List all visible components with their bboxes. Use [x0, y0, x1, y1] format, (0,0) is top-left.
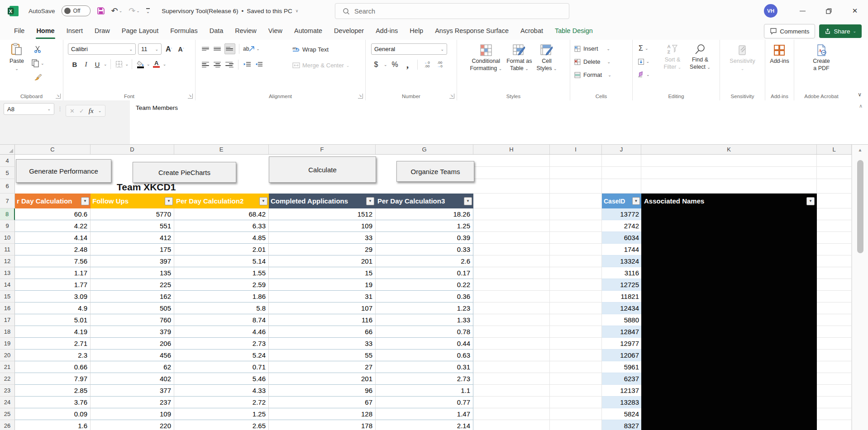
- cell[interactable]: 178: [269, 420, 376, 430]
- tab-view[interactable]: View: [262, 22, 288, 40]
- caseid-cell[interactable]: 1744: [602, 244, 641, 255]
- formula-input[interactable]: Team Members: [136, 104, 178, 111]
- cell[interactable]: 1.47: [376, 408, 473, 420]
- row-header-4[interactable]: 4: [0, 155, 15, 167]
- empty-cell[interactable]: [817, 397, 852, 408]
- cell[interactable]: 29: [269, 244, 376, 255]
- cell[interactable]: 55: [269, 350, 376, 361]
- redacted-cell[interactable]: [641, 350, 817, 361]
- empty-cell[interactable]: [473, 208, 550, 220]
- empty-cell[interactable]: [550, 179, 602, 194]
- empty-cell[interactable]: [817, 420, 852, 430]
- cell[interactable]: 2.14: [376, 420, 473, 430]
- empty-cell[interactable]: [817, 408, 852, 420]
- fill-color-chevron[interactable]: ⌄: [147, 62, 150, 66]
- caseid-cell[interactable]: 13283: [602, 397, 641, 408]
- redacted-cell[interactable]: [641, 314, 817, 326]
- empty-cell[interactable]: [550, 220, 602, 232]
- empty-cell[interactable]: [473, 232, 550, 244]
- row-header-13[interactable]: 13: [0, 267, 15, 279]
- row-header-14[interactable]: 14: [0, 279, 15, 291]
- cell[interactable]: 1.86: [174, 291, 269, 302]
- redacted-cell[interactable]: [641, 232, 817, 244]
- redacted-cell[interactable]: [641, 361, 817, 373]
- number-dialog-launcher[interactable]: ↘: [449, 94, 454, 99]
- empty-cell[interactable]: [473, 350, 550, 361]
- format-painter-button[interactable]: [32, 72, 44, 83]
- redacted-cell[interactable]: [641, 208, 817, 220]
- empty-cell[interactable]: [550, 338, 602, 350]
- empty-cell[interactable]: [550, 291, 602, 302]
- cell[interactable]: 19: [269, 279, 376, 291]
- save-button[interactable]: [97, 7, 105, 15]
- caseid-cell[interactable]: 6237: [602, 373, 641, 385]
- cell[interactable]: 4.33: [174, 385, 269, 397]
- caseid-cell[interactable]: 2742: [602, 220, 641, 232]
- cell[interactable]: 1.33: [376, 314, 473, 326]
- align-left-button[interactable]: [201, 60, 211, 70]
- empty-cell[interactable]: [473, 267, 550, 279]
- italic-button[interactable]: I: [81, 59, 91, 70]
- cell[interactable]: 1.25: [174, 408, 269, 420]
- middle-align-button[interactable]: [213, 44, 223, 54]
- empty-cell[interactable]: [550, 155, 602, 167]
- tab-page-layout[interactable]: Page Layout: [116, 22, 164, 40]
- caseid-cell[interactable]: 13324: [602, 255, 641, 267]
- merge-center-button[interactable]: Merge & Center ⌄: [289, 60, 349, 71]
- empty-cell[interactable]: [473, 155, 550, 167]
- filter-dropdown-icon[interactable]: ▼: [366, 197, 374, 205]
- cell[interactable]: 220: [91, 420, 174, 430]
- cell[interactable]: 412: [91, 232, 174, 244]
- sort-filter-button[interactable]: AZ Sort &Filter ⌄: [661, 43, 684, 71]
- autosave-toggle[interactable]: Off: [62, 5, 91, 16]
- cell[interactable]: 1.1: [376, 385, 473, 397]
- table-header-follow-ups[interactable]: Follow Ups▼: [91, 194, 174, 208]
- empty-cell[interactable]: [473, 194, 550, 208]
- caseid-cell[interactable]: 5824: [602, 408, 641, 420]
- cell[interactable]: 1.6: [15, 420, 91, 430]
- cell[interactable]: 551: [91, 220, 174, 232]
- tab-home[interactable]: Home: [30, 22, 60, 40]
- autosum-button[interactable]: Σ⌄: [637, 43, 650, 54]
- caseid-cell[interactable]: 12434: [602, 302, 641, 314]
- addins-button[interactable]: Add-ins: [770, 44, 789, 90]
- cell[interactable]: 4.9: [15, 302, 91, 314]
- redacted-cell[interactable]: [641, 373, 817, 385]
- redacted-cell[interactable]: [641, 255, 817, 267]
- cell[interactable]: 0.77: [376, 397, 473, 408]
- cell[interactable]: 2.48: [15, 244, 91, 255]
- create-pdf-button[interactable]: A Createa PDF: [813, 44, 830, 90]
- cell[interactable]: 0.33: [376, 244, 473, 255]
- column-header-H[interactable]: H: [473, 145, 550, 154]
- tab-developer[interactable]: Developer: [328, 22, 370, 40]
- empty-cell[interactable]: [817, 338, 852, 350]
- table-header-associated-names[interactable]: Associated Names▼: [641, 194, 817, 208]
- cell[interactable]: 5770: [91, 208, 174, 220]
- font-name-select[interactable]: Calibri⌄: [68, 43, 136, 55]
- excel-app-icon[interactable]: X: [7, 5, 19, 17]
- conditional-formatting-button[interactable]: ConditionalFormatting ⌄: [470, 44, 502, 90]
- cell[interactable]: 4.14: [15, 232, 91, 244]
- empty-cell[interactable]: [473, 326, 550, 338]
- row-header-20[interactable]: 20: [0, 350, 15, 361]
- fill-color-button[interactable]: [135, 59, 145, 70]
- empty-cell[interactable]: [473, 397, 550, 408]
- cell[interactable]: 1.55: [174, 267, 269, 279]
- cell[interactable]: 0.63: [376, 350, 473, 361]
- currency-button[interactable]: $: [371, 59, 381, 70]
- cell[interactable]: 109: [269, 220, 376, 232]
- cell[interactable]: 377: [91, 385, 174, 397]
- tab-review[interactable]: Review: [229, 22, 262, 40]
- empty-cell[interactable]: [473, 255, 550, 267]
- cell[interactable]: 27: [269, 361, 376, 373]
- row-header-10[interactable]: 10: [0, 232, 15, 244]
- column-header-F[interactable]: F: [269, 145, 376, 154]
- cell[interactable]: 0.66: [15, 361, 91, 373]
- tab-formulas[interactable]: Formulas: [164, 22, 203, 40]
- table-header-caseid[interactable]: CaseID▼: [602, 194, 641, 208]
- cell[interactable]: 68.42: [174, 208, 269, 220]
- empty-cell[interactable]: [817, 194, 852, 208]
- cell[interactable]: 1.77: [15, 279, 91, 291]
- empty-cell[interactable]: [602, 155, 641, 167]
- cell[interactable]: 3.76: [15, 397, 91, 408]
